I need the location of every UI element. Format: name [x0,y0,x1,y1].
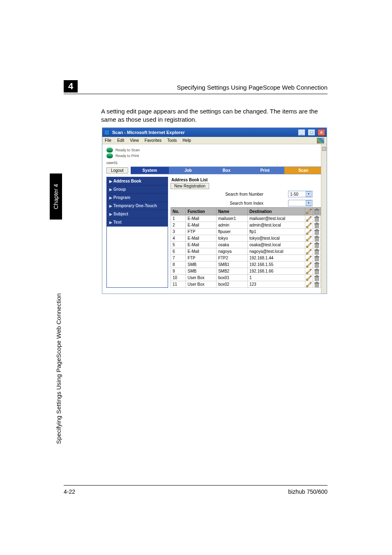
edit-icon[interactable] [306,229,312,235]
scrollbar-thumb[interactable] [322,147,326,151]
new-registration-button[interactable]: New Registration [171,183,209,189]
delete-icon[interactable] [314,236,320,241]
delete-icon[interactable] [314,216,320,222]
device-status: Ready to Scan Ready to Print [102,144,327,161]
edit-icon[interactable] [306,222,312,228]
cell-destination: 192.168.1.44 [247,255,305,261]
delete-icon[interactable] [314,249,320,254]
menu-favorites[interactable]: Favorites [145,138,161,143]
sidebar-item-group[interactable]: ▶Group [107,185,168,194]
menu-view[interactable]: View [130,138,139,143]
tab-scan[interactable]: Scan [284,167,323,174]
sidebar-item-text[interactable]: ▶Text [107,218,168,227]
table-row: 9SMBSMB2192.168.1.66 [171,268,321,275]
edit-icon[interactable] [306,236,312,241]
side-nav: ▶Address Book ▶Group ▶Program ▶Temporary… [106,177,168,288]
sidebar-item-program[interactable]: ▶Program [107,194,168,202]
main-panel: Address Book List New Registration Searc… [171,177,321,288]
edit-icon[interactable] [306,242,312,248]
svg-rect-50 [316,242,318,243]
window-title: Scan - Microsoft Internet Explorer [112,130,295,135]
status-scan: Ready to Scan [115,148,140,152]
chevron-right-icon: ▶ [109,187,112,192]
sidebar-item-address-book[interactable]: ▶Address Book [107,177,168,185]
edit-icon[interactable] [306,262,312,268]
cell-no: 3 [171,229,186,235]
status-print: Ready to Print [115,154,139,158]
cell-destination: osaka@test.local [247,242,305,248]
footer-rule [64,485,327,486]
table-row: 5E-Mailosakaosaka@test.local [171,242,321,248]
chevron-right-icon: ▶ [109,212,112,216]
svg-marker-19 [307,223,311,227]
username-label: user01 [102,161,327,165]
svg-rect-23 [316,222,318,223]
menu-help[interactable]: Help [182,138,191,143]
delete-icon[interactable] [314,268,320,274]
svg-rect-59 [316,249,318,250]
search-number-select[interactable]: 1-50 ▾ [288,191,313,197]
cell-destination: mailuser@test.local [247,215,305,222]
cell-destination: tokyo@test.local [247,235,305,242]
edit-icon[interactable] [306,275,312,281]
delete-icon[interactable] [314,262,320,268]
menu-tools[interactable]: Tools [167,138,177,143]
delete-icon[interactable] [314,229,320,235]
col-edit [305,208,313,215]
edit-icon[interactable] [306,216,312,222]
table-row: 6E-Mailnagoyanagoya@test.local [171,248,321,255]
cell-function: E-Mail [186,248,216,255]
edit-icon[interactable] [306,282,312,287]
cell-name: osaka [216,242,247,248]
side-label-text: Specifying Settings Using PageScope Web … [55,293,62,444]
table-row: 2E-Mailadminadmin@test.local [171,222,321,229]
chevron-right-icon: ▶ [109,220,112,224]
edit-icon[interactable] [306,249,312,254]
close-button[interactable]: × [318,129,325,136]
edit-icon[interactable] [306,255,312,261]
tabbar: System Job Box Print Scan [131,166,323,174]
table-row: 4E-Mailtokyotokyo@test.local [171,235,321,242]
search-index-select[interactable]: ▾ [288,200,313,206]
table-row: 8SMBSMB1192.168.1.55 [171,261,321,268]
sidebar-item-temporary-one-touch[interactable]: ▶Temporary One-Touch [107,202,168,210]
menu-edit[interactable]: Edit [117,138,124,143]
svg-marker-64 [307,256,311,260]
sidebar-item-subject[interactable]: ▶Subject [107,210,168,218]
cell-name: FTP2 [216,255,247,261]
table-row: 10User Boxbox011 [171,275,321,281]
cell-name: SMB1 [216,261,247,268]
ie-icon [104,130,110,135]
svg-rect-5 [316,209,318,210]
svg-rect-41 [316,236,318,236]
header-rule [64,94,327,94]
delete-icon[interactable] [314,222,320,228]
svg-rect-32 [316,229,318,230]
address-table: No. Function Name Destination [171,207,321,288]
chevron-down-icon: ▾ [306,200,311,206]
delete-icon[interactable] [314,282,320,287]
tab-job[interactable]: Job [169,167,207,174]
delete-icon[interactable] [314,255,320,261]
vertical-scrollbar[interactable] [321,144,327,294]
cell-no: 9 [171,268,186,275]
cell-no: 7 [171,255,186,261]
col-delete [313,208,321,215]
cell-destination: 1 [247,275,305,281]
cell-function: User Box [186,275,216,281]
edit-icon[interactable] [306,268,312,274]
screenshot-window: Scan - Microsoft Internet Explorer _ □ ×… [102,127,327,294]
cell-name: nagoya [216,248,247,255]
minimize-button[interactable]: _ [298,129,305,136]
svg-marker-10 [307,217,311,220]
tab-print[interactable]: Print [246,167,284,174]
svg-marker-73 [307,263,311,266]
maximize-button[interactable]: □ [308,129,315,136]
tab-system[interactable]: System [131,167,169,174]
search-number-value: 1-50 [290,192,298,197]
delete-icon[interactable] [314,242,320,248]
tab-box[interactable]: Box [208,167,246,174]
delete-icon[interactable] [314,275,320,281]
logout-button[interactable]: Logout [106,167,128,173]
menu-file[interactable]: File [105,138,111,143]
